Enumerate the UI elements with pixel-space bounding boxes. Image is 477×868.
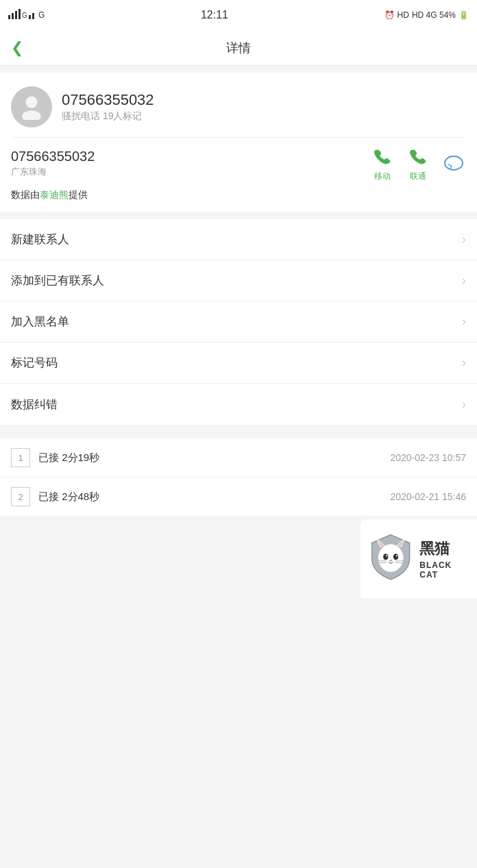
- network-type: G: [38, 10, 45, 20]
- svg-point-7: [25, 96, 37, 108]
- svg-point-9: [445, 156, 463, 170]
- chevron-right-icon: ›: [462, 232, 466, 247]
- page-header: ❮ 详情: [0, 30, 477, 66]
- chevron-right-icon: ›: [462, 273, 466, 288]
- svg-rect-1: [12, 13, 14, 19]
- menu-item-new-contact[interactable]: 新建联系人 ›: [0, 219, 477, 260]
- call-badge-1: 1: [11, 448, 30, 467]
- svg-rect-5: [29, 15, 31, 19]
- divider2: [0, 425, 477, 432]
- call-history-item-1: 1 已接 2分19秒 2020-02-23 10:57: [0, 438, 477, 478]
- network-hd: HD: [398, 10, 409, 20]
- cat-chinese-text: 黑猫: [419, 538, 450, 559]
- data-provider-link[interactable]: 泰迪熊: [40, 189, 69, 200]
- cat-english-text: BLACK CAT: [419, 560, 469, 580]
- svg-text:G: G: [22, 12, 27, 19]
- status-right: ⏰ HD HD 4G 54% 🔋: [384, 10, 469, 20]
- message-icon: [441, 151, 466, 176]
- svg-point-16: [393, 554, 398, 560]
- alarm-icon: ⏰: [384, 10, 395, 20]
- profile-info: 07566355032 骚扰电话 19人标记: [62, 91, 154, 123]
- profile-details-row: 07566355032 广东珠海 移动 联通: [11, 137, 466, 182]
- cat-text: 黑猫 BLACK CAT: [419, 538, 469, 580]
- call-badge-2: 2: [11, 487, 30, 506]
- profile-phone-number: 07566355032: [62, 91, 154, 109]
- back-button[interactable]: ❮: [11, 39, 23, 57]
- svg-rect-3: [19, 9, 21, 19]
- battery-icon: 🔋: [458, 10, 469, 20]
- watermark-area: 黑猫 BLACK CAT: [0, 516, 477, 598]
- signal-icon: G: [8, 9, 36, 22]
- status-bar: G G 12:11 ⏰ HD HD 4G 54% 🔋: [0, 0, 477, 30]
- profile-number2: 07566355032: [11, 149, 95, 164]
- call-status-1: 已接 2分19秒: [38, 451, 99, 463]
- call-date-1: 2020-02-23 10:57: [390, 452, 466, 463]
- menu-item-label: 添加到已有联系人: [11, 273, 104, 288]
- menu-item-report-error[interactable]: 数据纠错 ›: [0, 384, 477, 425]
- message-button[interactable]: [441, 151, 466, 176]
- profile-section: 07566355032 骚扰电话 19人标记 07566355032 广东珠海 …: [0, 73, 477, 212]
- svg-rect-6: [32, 13, 34, 19]
- unicom-label: 联通: [410, 171, 426, 182]
- profile-subtitle: 骚扰电话 19人标记: [62, 110, 154, 123]
- svg-point-18: [396, 555, 398, 556]
- status-left: G G: [8, 9, 45, 22]
- call-status-2: 已接 2分48秒: [38, 491, 99, 502]
- menu-list: 新建联系人 › 添加到已有联系人 › 加入黑名单 › 标记号码 › 数据纠错 ›: [0, 219, 477, 425]
- data-source: 数据由泰迪熊提供: [11, 189, 466, 201]
- call-history-item-2: 2 已接 2分48秒 2020-02-21 15:46: [0, 478, 477, 516]
- call-date-2: 2020-02-21 15:46: [390, 491, 466, 502]
- call-history: 1 已接 2分19秒 2020-02-23 10:57 2 已接 2分48秒 2…: [0, 438, 477, 516]
- menu-item-add-existing[interactable]: 添加到已有联系人 ›: [0, 260, 477, 301]
- menu-item-blacklist[interactable]: 加入黑名单 ›: [0, 301, 477, 343]
- menu-item-label: 加入黑名单: [11, 314, 69, 330]
- profile-location: 广东珠海: [11, 166, 95, 178]
- svg-rect-2: [15, 11, 17, 19]
- menu-item-label: 标记号码: [11, 355, 58, 371]
- menu-item-mark-number[interactable]: 标记号码 ›: [0, 343, 477, 384]
- unicom-call-icon: [406, 145, 430, 169]
- call-unicom-button[interactable]: 联通: [406, 145, 430, 182]
- chevron-right-icon: ›: [462, 397, 466, 412]
- chevron-right-icon: ›: [462, 356, 466, 370]
- battery-percent: HD 4G 54%: [412, 10, 456, 20]
- svg-point-8: [22, 110, 41, 120]
- profile-number-location: 07566355032 广东珠海: [11, 149, 95, 178]
- mobile-call-icon: [370, 145, 395, 169]
- avatar: [11, 86, 52, 127]
- divider1: [0, 212, 477, 219]
- svg-point-10: [378, 544, 404, 571]
- status-time: 12:11: [201, 9, 228, 21]
- svg-point-17: [386, 555, 387, 556]
- chevron-right-icon: ›: [462, 314, 466, 329]
- black-cat-watermark: 黑猫 BLACK CAT: [360, 519, 477, 598]
- menu-item-label: 数据纠错: [11, 397, 58, 412]
- menu-item-label: 新建联系人: [11, 232, 69, 247]
- call-details-1: 已接 2分19秒: [38, 451, 382, 464]
- mobile-label: 移动: [374, 171, 391, 182]
- cat-logo-icon: [369, 532, 413, 586]
- svg-point-15: [383, 554, 388, 560]
- profile-top: 07566355032 骚扰电话 19人标记: [11, 86, 466, 127]
- profile-actions: 移动 联通: [370, 145, 466, 182]
- call-mobile-button[interactable]: 移动: [370, 145, 395, 182]
- svg-rect-0: [8, 15, 10, 19]
- page-title: 详情: [226, 40, 251, 56]
- call-details-2: 已接 2分48秒: [38, 491, 382, 504]
